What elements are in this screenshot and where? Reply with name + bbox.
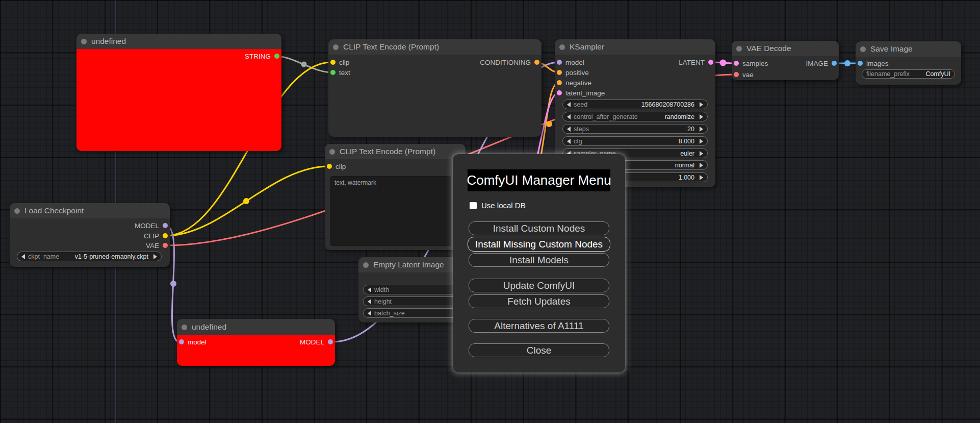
port-label: model — [188, 338, 207, 346]
install-custom-nodes-button[interactable]: Install Custom Nodes — [469, 221, 609, 235]
clip-input-port[interactable] — [327, 164, 332, 169]
right-arrow-icon[interactable] — [700, 127, 703, 132]
use-local-db-checkbox[interactable] — [470, 202, 477, 209]
right-arrow-icon[interactable] — [700, 102, 703, 107]
node-title-bar[interactable]: undefined — [177, 319, 335, 335]
node-graph-canvas[interactable]: undefined STRING CLIP Text Encode (Promp… — [0, 0, 980, 423]
left-arrow-icon[interactable] — [21, 254, 25, 259]
image-output-port[interactable] — [832, 61, 837, 66]
node-title: undefined — [192, 322, 226, 332]
model-output-port[interactable] — [328, 339, 333, 344]
node-undefined-bottom[interactable]: undefined model MODEL — [177, 319, 335, 366]
node-undefined-top[interactable]: undefined STRING — [76, 34, 281, 151]
left-arrow-icon[interactable] — [368, 287, 371, 292]
node-title-bar[interactable]: Save Image — [856, 41, 961, 57]
node-title-bar[interactable]: CLIP Text Encode (Prompt) — [328, 39, 541, 55]
left-arrow-icon[interactable] — [567, 114, 571, 119]
samples-input-port[interactable] — [734, 61, 739, 66]
widget-width[interactable]: width — [363, 285, 463, 294]
model-input-port[interactable] — [557, 60, 562, 65]
node-title-bar[interactable]: KSampler — [555, 39, 715, 55]
node-title-bar[interactable]: VAE Decode — [732, 41, 839, 56]
install-models-button[interactable]: Install Models — [469, 253, 609, 267]
collapse-dot-icon[interactable] — [736, 46, 742, 52]
node-title-bar[interactable]: Empty Latent Image — [358, 257, 467, 272]
port-label: positive — [565, 69, 589, 77]
port-label: negative — [565, 79, 591, 87]
widget-control-after-generate[interactable]: control_after_generate randomize — [562, 112, 708, 121]
collapse-dot-icon[interactable] — [363, 262, 369, 268]
left-arrow-icon[interactable] — [567, 139, 571, 144]
widget-batch-size[interactable]: batch_size — [363, 308, 463, 318]
dialog-title: ComfyUI Manager Menu — [468, 169, 610, 191]
port-label: STRING — [245, 53, 271, 60]
link-dot — [720, 60, 727, 66]
left-arrow-icon[interactable] — [567, 127, 571, 132]
negative-input-port[interactable] — [557, 80, 562, 85]
positive-input-port[interactable] — [557, 70, 562, 75]
string-output-port[interactable] — [274, 54, 279, 59]
node-title-bar[interactable]: CLIP Text Encode (Prompt) — [325, 144, 466, 159]
collapse-dot-icon[interactable] — [333, 44, 339, 50]
prompt-textarea[interactable]: text, watermark — [330, 176, 451, 246]
collapse-dot-icon[interactable] — [329, 149, 335, 155]
clip-input-port[interactable] — [330, 60, 336, 65]
latent-output-port[interactable] — [708, 60, 713, 65]
node-title-bar[interactable]: undefined — [76, 34, 281, 49]
latent-image-input-port[interactable] — [557, 90, 562, 95]
node-save-image[interactable]: Save Image images filename_prefix ComfyU… — [856, 41, 961, 85]
conditioning-output-port[interactable] — [534, 60, 539, 65]
port-label: text — [339, 69, 350, 77]
images-input-port[interactable] — [858, 61, 863, 66]
node-clip-text-encode-2[interactable]: CLIP Text Encode (Prompt) clip text, wat… — [325, 144, 466, 250]
right-arrow-icon[interactable] — [700, 175, 703, 180]
clip-output-port[interactable] — [163, 233, 168, 238]
collapse-dot-icon[interactable] — [182, 325, 187, 330]
node-title-bar[interactable]: Load Checkpoint — [10, 203, 170, 218]
widget-value: 20 — [687, 126, 694, 133]
node-title: VAE Decode — [746, 44, 791, 53]
model-output-port[interactable] — [163, 223, 168, 228]
right-arrow-icon[interactable] — [700, 114, 703, 119]
node-empty-latent-image[interactable]: Empty Latent Image width height batch_si… — [358, 257, 467, 322]
collapse-dot-icon[interactable] — [81, 39, 87, 44]
vae-output-port[interactable] — [163, 243, 168, 248]
node-title: CLIP Text Encode (Prompt) — [343, 42, 439, 52]
node-load-checkpoint[interactable]: Load Checkpoint MODEL CLIP VAE ckpt_name… — [10, 203, 170, 267]
close-button[interactable]: Close — [469, 343, 609, 357]
update-comfyui-button[interactable]: Update ComfyUI — [469, 279, 609, 292]
widget-ckpt-name[interactable]: ckpt_name v1-5-pruned-emaonly.ckpt — [17, 252, 162, 261]
vae-input-port[interactable] — [734, 72, 739, 77]
widget-filename-prefix[interactable]: filename_prefix ComfyUI — [862, 69, 955, 79]
widget-height[interactable]: height — [363, 296, 463, 306]
left-arrow-icon[interactable] — [368, 311, 371, 316]
port-label: CLIP — [144, 232, 159, 240]
collapse-dot-icon[interactable] — [14, 208, 20, 214]
alternatives-of-a1111-button[interactable]: Alternatives of A1111 — [469, 319, 609, 333]
text-input-port[interactable] — [330, 70, 336, 75]
right-arrow-icon[interactable] — [153, 254, 157, 259]
widget-steps[interactable]: steps 20 — [562, 124, 708, 134]
right-arrow-icon[interactable] — [700, 163, 703, 168]
widget-label: width — [374, 286, 389, 293]
node-vae-decode[interactable]: VAE Decode samples vae IMAGE — [732, 41, 839, 80]
widget-label: control_after_generate — [574, 113, 638, 120]
collapse-dot-icon[interactable] — [860, 46, 866, 52]
right-arrow-icon[interactable] — [700, 139, 703, 144]
left-arrow-icon[interactable] — [567, 102, 571, 107]
widget-value: randomize — [665, 113, 694, 120]
widget-value: normal — [675, 162, 694, 169]
widget-label: filename_prefix — [866, 70, 910, 78]
left-arrow-icon[interactable] — [368, 299, 371, 304]
widget-cfg[interactable]: cfg 8.000 — [562, 136, 708, 146]
widget-label: steps — [574, 126, 589, 133]
widget-seed[interactable]: seed 156680208700286 — [562, 99, 708, 109]
use-local-db-row[interactable]: Use local DB — [470, 201, 526, 210]
model-input-port[interactable] — [179, 339, 184, 344]
link-dot — [301, 62, 307, 67]
install-missing-custom-nodes-button[interactable]: Install Missing Custom Nodes — [468, 237, 610, 252]
collapse-dot-icon[interactable] — [559, 44, 565, 50]
fetch-updates-button[interactable]: Fetch Updates — [469, 294, 609, 308]
node-clip-text-encode-1[interactable]: CLIP Text Encode (Prompt) clip text COND… — [328, 39, 541, 137]
right-arrow-icon[interactable] — [700, 151, 703, 156]
